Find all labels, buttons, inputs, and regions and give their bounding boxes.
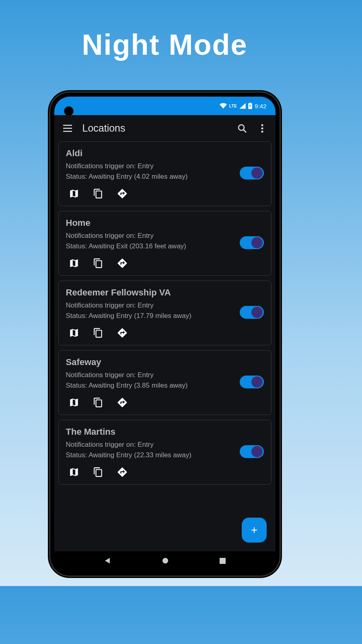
copy-icon [93,258,103,268]
wifi-icon [220,103,227,109]
location-name: Redeemer Fellowship VA [66,287,264,298]
location-name: Aldi [66,148,264,159]
card-actions [66,466,264,478]
location-status: Status: Awaiting Entry (17.79 miles away… [66,311,264,321]
copy-icon [93,188,103,199]
map-button[interactable] [68,188,80,199]
copy-button[interactable] [93,397,104,408]
card-actions [66,397,264,408]
map-icon [69,188,79,199]
svg-point-6 [261,127,263,129]
location-card[interactable]: Home Notifications trigger on: Entry Sta… [58,211,272,276]
card-actions [66,258,264,269]
copy-button[interactable] [93,258,104,269]
location-trigger: Notifications trigger on: Entry [66,161,264,171]
nav-home-button[interactable] [162,557,169,566]
battery-icon [248,103,252,109]
map-icon [69,467,79,477]
phone-screen: LTE 9:42 Locations Aldi [54,97,276,572]
svg-rect-1 [63,128,72,129]
marketing-title: Night Mode [0,0,329,61]
copy-icon [93,397,103,408]
directions-icon [117,258,128,269]
svg-point-3 [239,125,244,130]
app-container: Locations Aldi Notifications trigger on:… [54,115,276,572]
add-location-button[interactable] [242,518,267,543]
toggle-thumb [251,446,263,457]
copy-button[interactable] [93,327,104,339]
home-circle-icon [162,557,169,564]
plus-icon [249,525,259,535]
enable-toggle[interactable] [240,445,264,458]
app-bar: Locations [54,115,276,141]
svg-rect-9 [220,558,226,564]
toggle-thumb [251,307,263,318]
copy-button[interactable] [93,466,104,478]
location-status: Status: Awaiting Exit (203.16 feet away) [66,241,264,252]
directions-icon [117,188,128,199]
map-button[interactable] [68,397,80,408]
enable-toggle[interactable] [240,306,264,319]
map-button[interactable] [68,258,80,269]
camera-hole [64,106,74,116]
location-trigger: Notifications trigger on: Entry [66,300,264,311]
clock: 9:42 [255,103,266,109]
search-icon [237,124,247,133]
more-button[interactable] [257,123,267,134]
toggle-thumb [251,237,263,248]
location-trigger: Notifications trigger on: Entry [66,440,264,450]
locations-list: Aldi Notifications trigger on: Entry Sta… [54,141,276,572]
location-card[interactable]: The Martins Notifications trigger on: En… [58,420,272,485]
more-vert-icon [261,124,263,133]
card-actions [66,327,264,339]
page-title: Locations [82,122,227,134]
search-button[interactable] [237,123,247,134]
location-status: Status: Awaiting Entry (22.33 miles away… [66,450,264,460]
map-button[interactable] [68,327,80,339]
svg-rect-2 [63,131,72,132]
map-button[interactable] [68,466,80,478]
directions-button[interactable] [117,327,128,339]
back-triangle-icon [104,557,111,564]
directions-button[interactable] [117,397,128,408]
location-trigger: Notifications trigger on: Entry [66,231,264,241]
svg-rect-0 [63,125,72,126]
map-icon [69,397,79,408]
card-actions [66,188,264,199]
copy-icon [93,328,103,338]
location-name: Safeway [66,357,264,367]
location-card[interactable]: Safeway Notifications trigger on: Entry … [58,350,272,415]
phone-frame: LTE 9:42 Locations Aldi [50,93,280,576]
nav-recent-button[interactable] [220,558,226,566]
signal-icon [239,103,246,109]
location-name: Home [66,218,264,228]
map-icon [69,258,79,268]
location-trigger: Notifications trigger on: Entry [66,370,264,380]
location-status: Status: Awaiting Entry (4.02 miles away) [66,171,264,182]
toggle-thumb [251,376,263,388]
directions-button[interactable] [117,258,128,269]
directions-icon [117,397,128,408]
hamburger-icon [63,125,72,132]
directions-button[interactable] [117,466,128,478]
svg-point-7 [261,130,263,132]
copy-button[interactable] [93,188,104,199]
menu-button[interactable] [62,123,73,134]
recent-square-icon [220,558,226,564]
location-name: The Martins [66,427,264,437]
map-icon [69,328,79,338]
svg-line-4 [243,130,246,132]
svg-point-5 [261,124,263,126]
directions-icon [117,327,128,339]
enable-toggle[interactable] [240,376,264,388]
location-card[interactable]: Redeemer Fellowship VA Notifications tri… [58,281,272,345]
nav-back-button[interactable] [104,557,111,566]
directions-button[interactable] [117,188,128,199]
system-nav-bar [54,551,276,572]
network-label: LTE [229,104,237,108]
location-card[interactable]: Aldi Notifications trigger on: Entry Sta… [58,141,272,206]
enable-toggle[interactable] [240,167,264,180]
toggle-thumb [251,167,263,179]
enable-toggle[interactable] [240,236,264,249]
directions-icon [117,466,128,478]
